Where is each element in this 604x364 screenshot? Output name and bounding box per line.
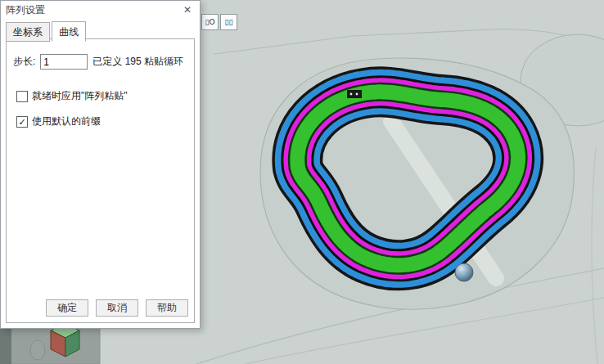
dialog-buttons: 确定 取消 帮助 — [46, 299, 188, 317]
tab-curve[interactable]: 曲线 — [52, 21, 86, 42]
render-mode-icon[interactable]: ▯▯ — [220, 14, 237, 30]
tab-coordinate-system[interactable]: 坐标系 — [6, 22, 50, 42]
step-row: 步长: 已定义 195 粘贴循环 — [7, 39, 194, 70]
checkbox-apply-array-paste[interactable] — [16, 91, 28, 102]
viewport-toolbar: ▯O ▯▯ — [201, 14, 237, 30]
cylinder-feature — [30, 340, 45, 360]
sphere-handle[interactable] — [455, 263, 473, 281]
model-fragment-dark — [0, 329, 11, 364]
dialog-titlebar[interactable]: 阵列设置 ✕ — [1, 1, 200, 19]
curve-tab-panel: 步长: 已定义 195 粘贴循环 就绪时应用"阵列粘贴" ✓ 使用默认的前缀 确… — [6, 38, 195, 323]
cancel-button[interactable]: 取消 — [96, 299, 138, 317]
display-mode-icon[interactable]: ▯O — [201, 14, 219, 30]
dialog-title: 阵列设置 — [6, 3, 180, 17]
checkbox-apply-array-paste-label: 就绪时应用"阵列粘贴" — [32, 89, 128, 103]
close-icon[interactable]: ✕ — [180, 4, 195, 16]
default-prefix-row: ✓ 使用默认的前缀 — [7, 115, 194, 128]
loop-marker — [347, 90, 362, 98]
dialog-tabs: 坐标系 曲线 — [1, 19, 200, 42]
checkbox-default-prefix[interactable]: ✓ — [16, 116, 28, 128]
ok-button[interactable]: 确定 — [46, 299, 88, 317]
defined-loops-text: 已定义 195 粘贴循环 — [92, 55, 183, 69]
help-button[interactable]: 帮助 — [146, 299, 188, 317]
step-input[interactable] — [40, 54, 88, 70]
apply-paste-row: 就绪时应用"阵列粘贴" — [7, 89, 194, 103]
checkbox-default-prefix-label: 使用默认的前缀 — [32, 115, 101, 128]
app-window: ▯O ▯▯ 阵列设置 ✕ 坐标系 曲线 步长: 已定义 195 粘贴循环 就绪时… — [0, 0, 604, 364]
step-label: 步长: — [13, 55, 35, 69]
array-settings-dialog: 阵列设置 ✕ 坐标系 曲线 步长: 已定义 195 粘贴循环 就绪时应用"阵列粘… — [0, 0, 201, 329]
